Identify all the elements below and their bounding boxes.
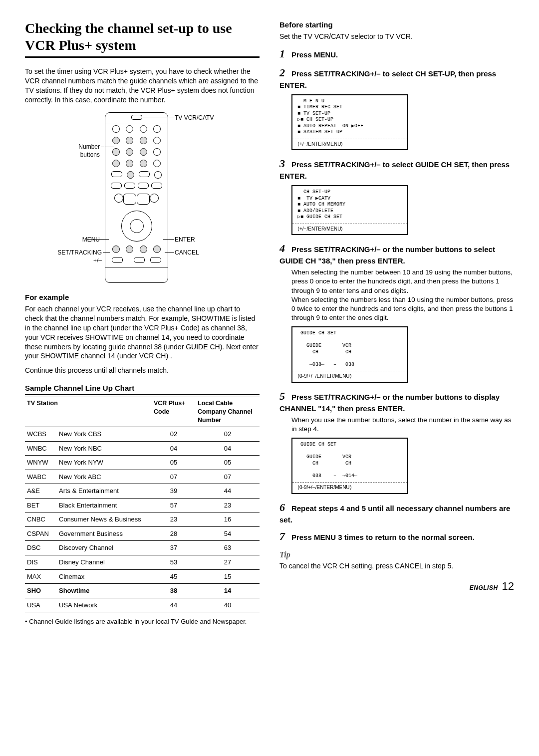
step-3-num: 3 (279, 156, 289, 171)
step-3-title: Press SET/TRACKING+/– to select GUIDE CH… (279, 160, 510, 180)
cell-name: Discovery Channel (57, 541, 152, 555)
cell-code: 53 (152, 555, 196, 570)
step-5-num: 5 (279, 389, 289, 404)
table-row: USAUSA Network4440 (25, 598, 260, 612)
step-4: 4 Press SET/TRACKING+/– or the number bu… (279, 241, 514, 266)
cell-abbr: WCBS (25, 427, 57, 442)
table-row: WCBSNew York CBS0202 (25, 427, 260, 442)
osd-5-footer: ⟨0-9/+/−/ENTER/MENU⟩ (297, 485, 402, 491)
step-1-title: Press MENU. (291, 50, 338, 59)
table-row: DSCDiscovery Channel3763 (25, 541, 260, 555)
cell-abbr: DSC (25, 541, 57, 555)
title-underline (25, 56, 260, 58)
cell-local: 23 (196, 498, 260, 512)
cell-local: 04 (196, 441, 260, 456)
step-2-title: Press SET/TRACKING+/– to select CH SET-U… (279, 69, 496, 89)
cell-code: 44 (152, 598, 196, 612)
cell-abbr: BET (25, 498, 57, 512)
cell-abbr: CNBC (25, 512, 57, 527)
cell-name: Black Entertainment (57, 498, 152, 512)
remote-body (105, 112, 168, 283)
for-example-head: For example (25, 292, 260, 302)
cell-local: 15 (196, 569, 260, 584)
cell-local: 14 (196, 584, 260, 598)
table-row: WABCNew York ABC0707 (25, 470, 260, 484)
cell-code: 38 (152, 584, 196, 598)
cell-code: 05 (152, 456, 196, 470)
table-row: A&EArts & Entertainment3944 (25, 484, 260, 499)
table-row: DISDisney Channel5327 (25, 555, 260, 570)
cell-name: Disney Channel (57, 555, 152, 570)
step-1-num: 1 (279, 46, 289, 61)
th-local: Local Cable Company Channel Number (196, 397, 260, 427)
step-4-body: When selecting the number between 10 and… (291, 268, 514, 322)
cell-name: Consumer News & Business (57, 512, 152, 527)
osd-3-footer: ⟨+/−/ENTER/MENU⟩ (297, 226, 402, 233)
label-tv-vcr-catv: TV VCR/CATV (175, 114, 214, 122)
cell-abbr: WNBC (25, 441, 57, 456)
cell-local: 40 (196, 598, 260, 612)
step-6-title: Repeat steps 4 and 5 until all necessary… (279, 504, 510, 524)
cell-code: 28 (152, 526, 196, 541)
table-row: WNBCNew York NBC0404 (25, 441, 260, 456)
osd-step-3: CH SET-UP ■ TV ▶CATV ■ AUTO CH MEMORY ■ … (291, 185, 408, 235)
th-code: VCR Plus+ Code (152, 397, 196, 427)
cell-name: New York NYW (57, 456, 152, 470)
table-row: BETBlack Entertainment5723 (25, 498, 260, 512)
cell-name: Arts & Entertainment (57, 484, 152, 499)
step-5: 5 Press SET/TRACKING+/– or the number bu… (279, 389, 514, 414)
cell-local: 54 (196, 526, 260, 541)
cell-local: 05 (196, 456, 260, 470)
chart-title: Sample Channel Line Up Chart (25, 383, 260, 395)
cell-name: Showtime (57, 584, 152, 598)
tip-body: To cancel the VCR CH setting, press CANC… (279, 561, 514, 571)
cell-name: Government Business (57, 526, 152, 541)
step-3: 3 Press SET/TRACKING+/– to select GUIDE … (279, 156, 514, 181)
osd-step-2: M E N U ■ TIMER REC SET ■ TV SET-UP ▷■ C… (291, 94, 408, 151)
osd-2-content: M E N U ■ TIMER REC SET ■ TV SET-UP ▷■ C… (297, 98, 402, 136)
cell-local: 07 (196, 470, 260, 484)
page-footer: ENGLISH 12 (279, 579, 514, 594)
step-4-title: Press SET/TRACKING+/– or the number butt… (279, 245, 495, 265)
label-number-l1: Number (78, 143, 100, 150)
cell-abbr: SHO (25, 584, 57, 598)
cell-abbr: MAX (25, 569, 57, 584)
cell-abbr: WABC (25, 470, 57, 484)
step-7-num: 7 (279, 529, 289, 544)
cell-code: 07 (152, 470, 196, 484)
step-7-title: Press MENU 3 times to return to the norm… (291, 533, 475, 541)
label-cancel: CANCEL (175, 249, 199, 256)
label-set-tracking-l2: +/– (93, 257, 102, 264)
tv-vcr-catv-switch (131, 115, 142, 120)
label-enter: ENTER (175, 236, 195, 244)
intro-paragraph: To set the timer using VCR Plus+ system,… (25, 67, 260, 105)
cell-abbr: A&E (25, 484, 57, 499)
cell-code: 04 (152, 441, 196, 456)
cell-local: 16 (196, 512, 260, 527)
step-6: 6 Repeat steps 4 and 5 until all necessa… (279, 500, 514, 525)
table-row: CNBCConsumer News & Business2316 (25, 512, 260, 527)
step-1: 1 Press MENU. (279, 46, 514, 61)
step-6-num: 6 (279, 500, 289, 515)
english-label: ENGLISH (470, 584, 498, 591)
cell-code: 45 (152, 569, 196, 584)
step-5-title: Press SET/TRACKING+/– or the number butt… (279, 393, 500, 413)
cell-code: 39 (152, 484, 196, 499)
osd-3-content: CH SET-UP ■ TV ▶CATV ■ AUTO CH MEMORY ■ … (297, 189, 402, 221)
cell-local: 27 (196, 555, 260, 570)
set-tracking-button-icon (112, 257, 123, 263)
cancel-button-icon (150, 257, 161, 263)
page-number: 12 (502, 580, 514, 592)
table-row: SHOShowtime3814 (25, 584, 260, 598)
cell-name: New York ABC (57, 470, 152, 484)
cell-code: 57 (152, 498, 196, 512)
enter-button-icon (153, 246, 161, 253)
jog-dial (121, 211, 152, 242)
cell-local: 63 (196, 541, 260, 555)
table-row: CSPANGovernment Business2854 (25, 526, 260, 541)
table-row: MAXCinemax4515 (25, 569, 260, 584)
osd-5-content: GUIDE CH SET GUIDE VCR CH CH 038 – →014← (297, 442, 402, 479)
cell-name: USA Network (57, 598, 152, 612)
step-5-body: When you use the number buttons, select … (291, 416, 514, 434)
before-body: Set the TV VCR/CATV selector to TV VCR. (279, 32, 514, 41)
